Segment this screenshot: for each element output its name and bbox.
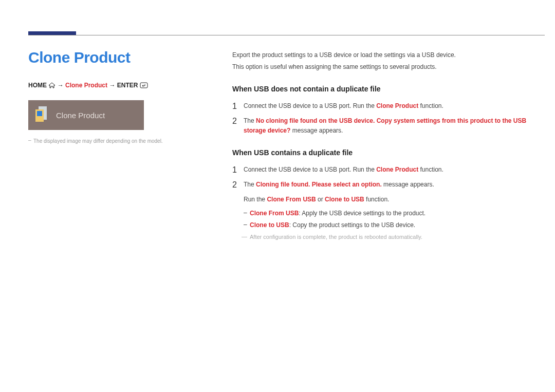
highlight: Clone From USB	[267, 196, 316, 203]
bullet-clone-from-usb: Clone From USB: Apply the USB device set…	[232, 209, 530, 218]
step-number: 1	[232, 101, 244, 111]
breadcrumb-home: HOME	[28, 82, 47, 89]
svg-rect-0	[140, 83, 147, 88]
step-body: Connect the USB device to a USB port. Ru…	[244, 165, 530, 175]
highlight: Clone Product	[376, 166, 418, 173]
accent-bar	[28, 31, 76, 35]
intro-para-1: Export the product settings to a USB dev…	[232, 50, 530, 60]
text: The	[244, 181, 256, 188]
text: : Apply the USB device settings to the p…	[299, 210, 425, 217]
enter-icon	[140, 82, 148, 90]
text: Connect the USB device to a USB port. Ru…	[244, 166, 376, 173]
text: message appears.	[382, 181, 434, 188]
highlight: Clone to USB	[325, 196, 364, 203]
text: message appears.	[290, 127, 343, 134]
run-line: Run the Clone From USB or Clone to USB f…	[232, 195, 530, 204]
clone-product-icon	[35, 106, 50, 124]
intro-para-2: This option is useful when assigning the…	[232, 62, 530, 72]
highlight: No cloning file found on the USB device.…	[244, 117, 526, 134]
highlight: Cloning file found. Please select an opt…	[256, 181, 382, 188]
page-title: Clone Product	[28, 49, 203, 66]
section2-step2: 2 The Cloning file found. Please select …	[232, 180, 530, 190]
section2-step1: 1 Connect the USB device to a USB port. …	[232, 165, 530, 175]
step-number: 2	[232, 116, 244, 126]
highlight: Clone Product	[376, 102, 418, 109]
image-caption: The displayed image may differ depending…	[28, 138, 203, 144]
top-rule	[28, 35, 545, 35]
breadcrumb-item: Clone Product	[65, 82, 107, 89]
step-number: 2	[232, 180, 244, 190]
section2-heading: When USB contains a duplicate file	[232, 147, 530, 158]
section1-heading: When USB does not contain a duplicate fi…	[232, 83, 530, 95]
reboot-note: After configuration is complete, the pro…	[232, 233, 530, 242]
step-number: 1	[232, 165, 244, 175]
breadcrumb-enter: ENTER	[117, 82, 138, 89]
step-body: The No cloning file found on the USB dev…	[244, 116, 530, 136]
bullet-clone-to-usb: Clone to USB: Copy the product settings …	[232, 220, 530, 230]
step-body: The Cloning file found. Please select an…	[244, 180, 530, 190]
home-icon	[48, 82, 55, 90]
highlight: Clone to USB	[250, 221, 289, 229]
section1-step2: 2 The No cloning file found on the USB d…	[232, 116, 530, 136]
text: Connect the USB device to a USB port. Ru…	[244, 102, 376, 109]
right-column: Export the product settings to a USB dev…	[232, 50, 530, 241]
text: or	[316, 196, 325, 203]
section1-step1: 1 Connect the USB device to a USB port. …	[232, 101, 530, 111]
step-body: Connect the USB device to a USB port. Ru…	[244, 101, 530, 111]
product-tile: Clone Product	[28, 100, 144, 130]
text: function.	[418, 102, 443, 109]
text: The	[244, 117, 256, 124]
product-tile-label: Clone Product	[56, 111, 105, 120]
breadcrumb-arrow-2: →	[109, 82, 115, 89]
text: Run the	[244, 196, 267, 203]
breadcrumb-arrow-1: →	[58, 82, 64, 89]
breadcrumb: HOME → Clone Product → ENTER	[28, 82, 203, 90]
text: : Copy the product settings to the USB d…	[289, 221, 415, 229]
text: function.	[418, 166, 443, 173]
svg-rect-3	[37, 111, 42, 116]
text: function.	[364, 196, 390, 203]
highlight: Clone From USB	[250, 210, 299, 217]
left-column: Clone Product HOME → Clone Product → ENT…	[28, 49, 203, 144]
